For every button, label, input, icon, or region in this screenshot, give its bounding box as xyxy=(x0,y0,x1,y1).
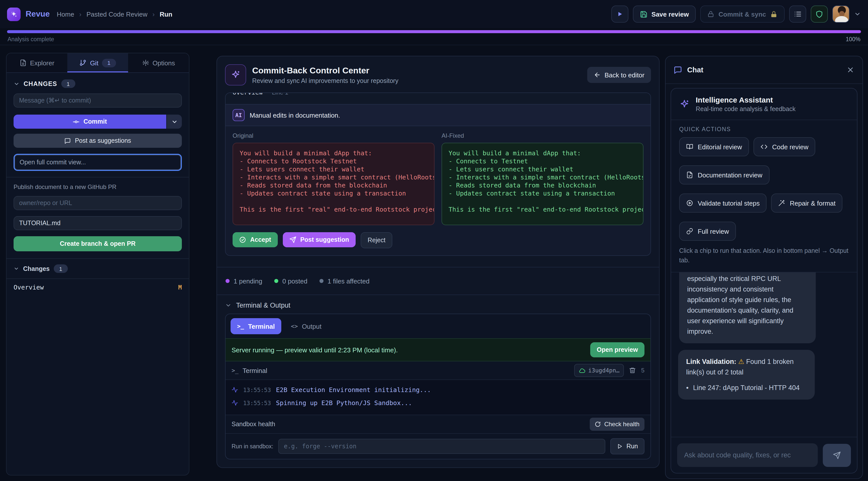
chip-repair-format[interactable]: Repair & format xyxy=(771,193,843,213)
tab-git[interactable]: Git 1 xyxy=(67,53,128,72)
sandbox-id-badge[interactable]: i3ugd4pn… xyxy=(574,364,624,377)
commit-message-input[interactable] xyxy=(13,93,182,108)
chevron-right-icon: › xyxy=(152,10,155,18)
code-line: - Interacts with a simple smart contract… xyxy=(448,173,637,181)
paper-plane-icon xyxy=(833,451,841,459)
pending-dot xyxy=(225,279,229,283)
chip-full-review[interactable]: Full review xyxy=(679,222,736,241)
chip-label: Code review xyxy=(772,143,808,151)
play-circle-icon xyxy=(686,200,693,207)
tab-explorer[interactable]: Explorer xyxy=(6,53,67,72)
user-avatar[interactable] xyxy=(832,5,849,23)
terminal-label: Terminal xyxy=(243,367,267,374)
diff-view: Original AI-Fixed You will build a minim… xyxy=(225,126,651,225)
changes-list-button[interactable] xyxy=(789,5,806,23)
log-count: 5 xyxy=(641,367,645,374)
back-to-editor-button[interactable]: Back to editor xyxy=(587,67,651,83)
analysis-progress-bar xyxy=(7,30,861,33)
posted-dot xyxy=(274,279,278,283)
posted-label: 0 posted xyxy=(282,277,307,285)
commit-sync-button[interactable]: Commit & sync xyxy=(701,5,785,23)
tab-options-label: Options xyxy=(152,59,175,67)
reject-button[interactable]: Reject xyxy=(361,232,393,248)
check-circle-icon xyxy=(239,236,246,243)
commit-options-dropdown[interactable] xyxy=(166,115,182,129)
app-logo[interactable] xyxy=(7,7,21,21)
terminal-output-section-header[interactable]: Terminal & Output xyxy=(217,295,659,313)
posted-stat: 0 posted xyxy=(274,277,307,285)
breadcrumb-review[interactable]: Pasted Code Review xyxy=(86,10,148,18)
modified-status-badge: M xyxy=(178,284,182,291)
terminal-prompt-icon: >_ xyxy=(237,323,244,330)
save-review-button[interactable]: Save review xyxy=(633,5,696,23)
filename-input[interactable] xyxy=(13,216,182,230)
run-command-label: Run xyxy=(626,443,638,450)
sparkle-badge-icon xyxy=(225,64,246,85)
panel-header: Commit-Back Control Center Review and sy… xyxy=(217,56,659,92)
chip-editorial-review[interactable]: Editorial review xyxy=(679,137,749,156)
assistant-card: Intelligence Assistant Real-time code an… xyxy=(671,88,858,474)
chat-messages[interactable]: especially the critical RPC URL inconsis… xyxy=(671,272,857,437)
comment-icon xyxy=(64,138,71,144)
check-health-label: Check health xyxy=(604,421,640,428)
wand-icon xyxy=(778,200,785,207)
activity-icon xyxy=(231,399,238,406)
security-button[interactable] xyxy=(811,5,828,23)
code-brackets-icon: <> xyxy=(291,323,298,330)
terminal-output-title: Terminal & Output xyxy=(236,302,290,309)
topbar-actions: Save review Commit & sync xyxy=(611,5,861,23)
cloud-icon xyxy=(579,367,585,374)
changes-section-header[interactable]: CHANGES 1 xyxy=(6,73,189,92)
commit-button[interactable]: Commit xyxy=(13,115,166,129)
code-line: This is the first "real" end-to-end Root… xyxy=(240,206,428,214)
server-status-text: Server running — preview valid until 2:2… xyxy=(231,346,585,354)
chip-code-review[interactable]: Code review xyxy=(753,137,815,156)
open-full-commit-view-field[interactable]: Open full commit view... xyxy=(13,154,182,171)
run-command-button[interactable]: Run xyxy=(610,438,645,454)
breadcrumb-home[interactable]: Home xyxy=(57,10,74,18)
tab-terminal[interactable]: >_ Terminal xyxy=(230,318,281,334)
publish-pr-label: Publish document to a new GitHub PR xyxy=(13,183,182,190)
chip-validate-tutorial-steps[interactable]: Validate tutorial steps xyxy=(679,193,767,213)
play-icon xyxy=(616,10,623,18)
assistant-header: Intelligence Assistant Real-time code an… xyxy=(671,88,857,120)
post-suggestion-button[interactable]: Post suggestion xyxy=(283,232,355,247)
book-icon xyxy=(686,143,693,150)
analysis-percent: 100% xyxy=(846,36,861,42)
tab-explorer-label: Explorer xyxy=(30,59,55,67)
chevron-down-icon[interactable] xyxy=(854,10,861,18)
repo-url-input[interactable] xyxy=(13,196,182,210)
file-icon xyxy=(20,59,27,66)
close-icon[interactable] xyxy=(846,66,855,74)
chip-documentation-review[interactable]: Documentation review xyxy=(679,166,769,184)
terminal-log-area[interactable]: 13:55:53 E2B Execution Environment initi… xyxy=(225,380,651,415)
code-line: - Connects to Rootstock Testnet xyxy=(240,157,428,166)
tab-output[interactable]: <> Output xyxy=(284,318,328,334)
accept-button[interactable]: Accept xyxy=(232,232,278,247)
assistant-title: Intelligence Assistant xyxy=(696,95,796,104)
check-health-button[interactable]: Check health xyxy=(590,418,645,431)
changes-subsection-header[interactable]: Changes 1 xyxy=(6,259,189,278)
chevron-down-icon xyxy=(171,118,178,125)
tab-options[interactable]: Options xyxy=(128,53,189,72)
back-to-editor-label: Back to editor xyxy=(604,71,645,79)
quick-actions: QUICK ACTIONS Editorial review Code revi… xyxy=(671,120,857,241)
run-button[interactable] xyxy=(611,5,628,23)
change-file-ref: Overview xyxy=(232,93,263,96)
create-branch-pr-button[interactable]: Create branch & open PR xyxy=(13,236,182,251)
code-line: - Lets users connect their wallet xyxy=(448,166,637,173)
play-outline-icon xyxy=(617,443,623,449)
changed-file-row[interactable]: Overview M xyxy=(6,279,189,296)
sparkle-icon xyxy=(10,10,18,18)
activity-icon xyxy=(231,387,238,393)
post-as-suggestions-button[interactable]: Post as suggestions xyxy=(13,134,182,148)
open-full-commit-view-label: Open full commit view... xyxy=(20,159,86,166)
chip-label: Documentation review xyxy=(698,171,762,179)
terminal-tabs: >_ Terminal <> Output xyxy=(225,314,651,338)
app-root: Revue Home › Pasted Code Review › Run Sa… xyxy=(0,0,868,481)
sandbox-command-input[interactable] xyxy=(278,439,605,454)
trash-icon[interactable] xyxy=(629,367,636,374)
chat-input[interactable] xyxy=(677,443,818,467)
send-button[interactable] xyxy=(823,444,851,467)
open-preview-button[interactable]: Open preview xyxy=(590,342,645,357)
